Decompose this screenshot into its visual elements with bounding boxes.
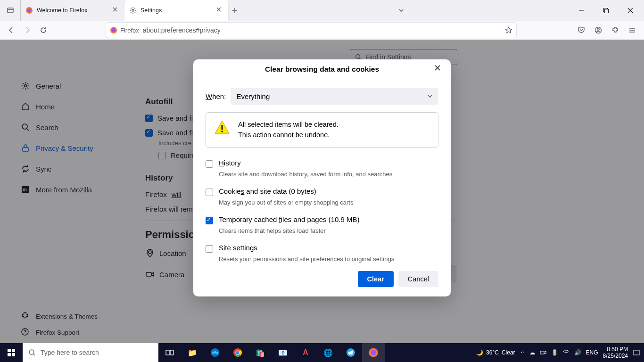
option-cache[interactable]: Temporary cached files and pages (10.9 M… — [206, 215, 438, 224]
option-site-settings[interactable]: Site settings — [206, 244, 438, 253]
close-tab-icon[interactable] — [216, 7, 223, 14]
dialog-footer: Clear Cancel — [206, 268, 438, 287]
battery-icon[interactable]: 🔋 — [551, 349, 558, 356]
minimize-button[interactable] — [570, 3, 592, 17]
taskbar-search[interactable]: Type here to search — [23, 343, 158, 362]
new-tab-button[interactable] — [228, 0, 241, 21]
navbar: Firefox about:preferences#privacy — [0, 21, 644, 40]
telegram-icon[interactable] — [339, 343, 362, 362]
back-button[interactable] — [4, 23, 19, 38]
taskbar-apps: 📁 🛍️ 📧 A 🌐 — [158, 343, 385, 362]
svg-rect-19 — [222, 125, 223, 130]
firefox-taskbar-icon[interactable] — [362, 343, 385, 362]
moon-icon: 🌙 — [476, 349, 483, 356]
identity-box[interactable]: Firefox — [110, 26, 139, 34]
weather-widget[interactable]: 🌙 36°C Clear — [476, 349, 515, 356]
chrome-icon[interactable] — [226, 343, 249, 362]
reload-button[interactable] — [36, 23, 51, 38]
taskbar: Type here to search 📁 🛍️ 📧 A 🌐 🌙 36°C Cl… — [0, 343, 644, 362]
option-site-desc: Resets your permissions and site prefere… — [219, 255, 438, 263]
cancel-button[interactable]: Cancel — [398, 271, 438, 287]
dialog-body: When: Everything All selected items will… — [193, 79, 451, 296]
dialog-title: Clear browsing data and cookies — [265, 65, 379, 74]
checkbox-icon — [206, 245, 213, 253]
option-cookies[interactable]: Cookies and site data (0 bytes) — [206, 187, 438, 196]
search-placeholder: Type here to search — [41, 349, 99, 356]
dialog-header: Clear browsing data and cookies — [193, 59, 451, 79]
svg-point-20 — [221, 131, 223, 132]
tab-label: Settings — [140, 7, 162, 14]
recent-browsing-button[interactable] — [0, 0, 21, 21]
maximize-button[interactable] — [595, 3, 617, 17]
identity-label: Firefox — [120, 27, 139, 34]
app-menu-button[interactable] — [624, 23, 640, 38]
app-icon-a[interactable]: A — [294, 343, 317, 362]
url-bar[interactable]: Firefox about:preferences#privacy — [106, 23, 516, 38]
when-label: When: — [206, 92, 226, 100]
clock-time: 8:50 PM — [603, 346, 628, 353]
tab-label: Welcome to Firefox — [37, 7, 87, 14]
account-button[interactable] — [590, 23, 606, 38]
close-window-button[interactable] — [619, 3, 641, 17]
toolbar-right — [573, 23, 640, 38]
meet-now-icon[interactable] — [540, 349, 546, 356]
url-text: about:preferences#privacy — [143, 26, 501, 34]
mail-icon[interactable]: 📧 — [272, 343, 294, 362]
warning-box: All selected items will be cleared. This… — [206, 112, 438, 148]
store-icon[interactable]: 🛍️ — [249, 343, 272, 362]
onedrive-icon[interactable]: ☁ — [529, 349, 535, 356]
titlebar: Welcome to Firefox Settings — [0, 0, 644, 21]
svg-point-25 — [29, 350, 34, 354]
clock-date: 8/25/2024 — [603, 353, 628, 359]
list-all-tabs-button[interactable] — [398, 7, 405, 14]
svg-rect-23 — [8, 353, 11, 356]
gear-icon — [129, 7, 137, 14]
checkbox-icon — [206, 217, 213, 224]
language-indicator[interactable]: ENG — [586, 349, 598, 356]
svg-point-36 — [371, 350, 376, 355]
pocket-button[interactable] — [573, 23, 589, 38]
close-tab-icon[interactable] — [112, 7, 120, 14]
svg-point-3 — [132, 9, 134, 11]
option-cache-desc: Clears items that helps sites load faste… — [219, 227, 438, 234]
warning-line-1: All selected items will be cleared. — [238, 119, 339, 130]
checkbox-icon — [206, 189, 213, 196]
file-explorer-icon[interactable]: 📁 — [181, 343, 204, 362]
wifi-icon[interactable] — [563, 349, 570, 356]
svg-point-2 — [27, 8, 31, 12]
extensions-button[interactable] — [607, 23, 623, 38]
option-cookies-desc: May sign you out of sites or empty shopp… — [219, 199, 438, 206]
svg-rect-5 — [605, 9, 609, 13]
tabstrip: Welcome to Firefox Settings — [21, 0, 241, 21]
svg-rect-22 — [12, 349, 15, 352]
clear-button[interactable]: Clear — [358, 271, 394, 287]
forward-button — [20, 23, 35, 38]
svg-rect-21 — [8, 349, 11, 352]
task-view-icon[interactable] — [158, 343, 181, 362]
svg-rect-37 — [540, 351, 544, 354]
option-label: Site settings — [219, 244, 257, 252]
svg-point-33 — [236, 351, 239, 354]
bookmark-star-icon[interactable] — [505, 26, 512, 34]
dialog-close-button[interactable] — [434, 64, 444, 74]
clock[interactable]: 8:50 PM 8/25/2024 — [603, 346, 628, 360]
option-label: History — [219, 159, 241, 167]
edge-icon[interactable] — [204, 343, 226, 362]
system-tray: 🌙 36°C Clear ☁ 🔋 🔊 ENG 8:50 PM 8/25/2024 — [476, 346, 644, 360]
option-history-desc: Clears site and download history, saved … — [219, 171, 438, 178]
when-select[interactable]: Everything — [231, 88, 438, 105]
option-label: Temporary cached files and pages (10.9 M… — [219, 215, 360, 223]
start-button[interactable] — [0, 343, 23, 362]
notifications-icon[interactable] — [633, 349, 640, 356]
svg-rect-0 — [8, 8, 13, 13]
option-history[interactable]: History — [206, 159, 438, 168]
weather-cond: Clear — [502, 349, 515, 356]
when-value: Everything — [236, 92, 270, 100]
tray-chevron-icon[interactable] — [520, 350, 525, 355]
tab-welcome[interactable]: Welcome to Firefox — [21, 0, 124, 21]
app-icon-globe[interactable]: 🌐 — [317, 343, 339, 362]
volume-icon[interactable]: 🔊 — [574, 349, 581, 356]
tab-settings[interactable]: Settings — [124, 0, 228, 21]
svg-rect-24 — [12, 353, 15, 356]
when-row: When: Everything — [206, 88, 438, 105]
